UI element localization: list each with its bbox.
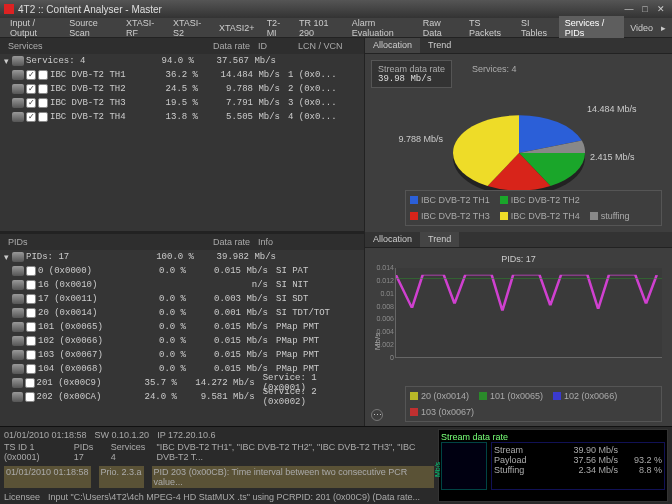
box-icon[interactable] [26, 308, 36, 318]
swatch-icon [410, 196, 418, 204]
legend-item: IBC DVB-T2 TH2 [500, 195, 580, 205]
swatch-icon [479, 392, 487, 400]
col-data-rate[interactable]: Data rate [154, 41, 254, 51]
pid-row[interactable]: 202 (0x00CA)24.0 %9.581 Mb/sService: 2 (… [0, 390, 364, 404]
pids-summary-row[interactable]: ▾ PIDs: 17 100.0 % 39.982 Mb/s [0, 250, 364, 264]
service-row[interactable]: IBC DVB-T2 TH136.2 %14.484 Mb/s1 (0x0... [0, 68, 364, 82]
disk-icon [12, 364, 24, 374]
box-icon[interactable] [26, 336, 36, 346]
col-id[interactable]: ID [254, 41, 294, 51]
main-toolbar: Input / OutputSource ScanXTASI-RFXTASI-S… [0, 18, 672, 38]
footer-svc-names: "IBC DVB-T2 TH1", "IBC DVB-T2 TH2", "IBC… [157, 442, 434, 462]
swatch-icon [410, 212, 418, 220]
tab-input-output[interactable]: Input / Output [4, 16, 63, 40]
close-button[interactable]: ✕ [654, 3, 668, 15]
maximize-button[interactable]: □ [638, 3, 652, 15]
legend-item: stuffing [590, 211, 630, 221]
col-lcn[interactable]: LCN / VCN [294, 41, 360, 51]
pid-row[interactable]: 0 (0x0000)0.0 %0.015 Mb/sSI PAT [0, 264, 364, 278]
minimize-button[interactable]: — [622, 3, 636, 15]
trend-legend: 20 (0x0014)101 (0x0065)102 (0x0066)103 (… [405, 386, 662, 422]
footer-tsid: TS ID 1 (0x0001) [4, 442, 66, 462]
pid-row[interactable]: 101 (0x0065)0.0 %0.015 Mb/sPMap PMT [0, 320, 364, 334]
footer-licensee: Licensee [4, 492, 40, 502]
swatch-icon [410, 408, 418, 416]
tab-ts-packets[interactable]: TS Packets [463, 16, 515, 40]
pid-row[interactable]: 16 (0x0010)n/sSI NIT [0, 278, 364, 292]
col-info[interactable]: Info [254, 237, 360, 247]
box-icon[interactable] [38, 112, 48, 122]
y-tick: 0.014 [370, 264, 394, 271]
checkbox-icon[interactable] [26, 70, 36, 80]
collapse-icon[interactable]: ▾ [4, 252, 12, 262]
tab-alarm-evaluation[interactable]: Alarm Evaluation [346, 16, 417, 40]
service-row[interactable]: IBC DVB-T2 TH319.5 %7.791 Mb/s3 (0x0... [0, 96, 364, 110]
tab-video[interactable]: Video [624, 21, 659, 35]
box-icon[interactable] [26, 350, 36, 360]
trend-tabs: Allocation Trend [365, 232, 672, 248]
tab-xtasi2-[interactable]: XTASI2+ [213, 21, 261, 35]
swatch-icon [500, 212, 508, 220]
service-row[interactable]: IBC DVB-T2 TH224.5 %9.788 Mb/s2 (0x0... [0, 82, 364, 96]
pids-title: PIDs [4, 237, 154, 247]
tab-tr-101-290[interactable]: TR 101 290 [293, 16, 346, 40]
footer: 01/01/2010 01:18:58 SW 0.10.1.20 IP 172.… [0, 426, 672, 504]
swatch-icon [410, 392, 418, 400]
pid-row[interactable]: 102 (0x0066)0.0 %0.015 Mb/sPMap PMT [0, 334, 364, 348]
tab-raw-data[interactable]: Raw Data [417, 16, 463, 40]
pie-label: 2.415 Mb/s [590, 152, 635, 162]
allocation-chart: Stream data rate 39.98 Mb/s Services: 4 … [365, 54, 672, 232]
app-icon [4, 4, 14, 14]
box-icon[interactable] [26, 322, 36, 332]
tab-trend-2[interactable]: Trend [420, 232, 459, 247]
mini-plot: Mb/s [441, 442, 487, 490]
footer-pids: PIDs 17 [74, 442, 103, 462]
services-count: Services: 4 [472, 60, 517, 88]
box-icon[interactable] [38, 84, 48, 94]
box-icon[interactable] [26, 294, 36, 304]
box-icon[interactable] [26, 280, 36, 290]
trend-title: PIDs: 17 [371, 254, 666, 264]
mini-title: Stream data rate [441, 432, 665, 442]
collapse-icon[interactable]: ▾ [4, 56, 12, 66]
toolbar-overflow-icon[interactable]: ▸ [659, 21, 668, 35]
y-tick: 0.012 [370, 277, 394, 284]
tab-allocation[interactable]: Allocation [365, 38, 420, 53]
box-icon[interactable] [38, 98, 48, 108]
footer-svcs: Services 4 [111, 442, 149, 462]
disk-icon [12, 336, 24, 346]
pid-row[interactable]: 17 (0x0011)0.0 %0.003 Mb/sSI SDT [0, 292, 364, 306]
tab-services-pids[interactable]: Services / PIDs [559, 16, 624, 40]
tab-xtasi-s2[interactable]: XTASI-S2 [167, 16, 213, 40]
services-summary-row[interactable]: ▾ Services: 4 94.0 % 37.567 Mb/s [0, 54, 364, 68]
disk-icon [12, 252, 24, 262]
pid-row[interactable]: 20 (0x0014)0.0 %0.001 Mb/sSI TDT/TOT [0, 306, 364, 320]
box-icon[interactable] [26, 364, 36, 374]
checkbox-icon[interactable] [26, 84, 36, 94]
box-icon[interactable] [25, 378, 35, 388]
tab-source-scan[interactable]: Source Scan [63, 16, 120, 40]
stream-rate-label: Stream data rate [378, 64, 445, 74]
disk-icon [12, 308, 24, 318]
tab-t2-mi[interactable]: T2-MI [261, 16, 293, 40]
settings-icon[interactable]: ⋯ [371, 409, 383, 421]
tab-xtasi-rf[interactable]: XTASI-RF [120, 16, 167, 40]
disk-icon [12, 392, 23, 402]
tab-trend[interactable]: Trend [420, 38, 459, 53]
stream-rate-box: Stream data rate 39.98 Mb/s [371, 60, 452, 88]
box-icon[interactable] [38, 70, 48, 80]
tab-si-tables[interactable]: SI Tables [515, 16, 559, 40]
legend-item: 101 (0x0065) [479, 391, 543, 401]
legend-item: IBC DVB-T2 TH4 [500, 211, 580, 221]
tab-allocation-2[interactable]: Allocation [365, 232, 420, 247]
service-row[interactable]: IBC DVB-T2 TH413.8 %5.505 Mb/s4 (0x0... [0, 110, 364, 124]
box-icon[interactable] [25, 392, 35, 402]
trend-chart: PIDs: 17 Mb/s 0.0140.0120.010.0080.0060.… [365, 248, 672, 426]
checkbox-icon[interactable] [26, 112, 36, 122]
alarm-timestamp: 01/01/2010 01:18:58 [4, 466, 91, 488]
mini-row: Stream39.90 Mb/s [494, 445, 662, 455]
pid-row[interactable]: 103 (0x0067)0.0 %0.015 Mb/sPMap PMT [0, 348, 364, 362]
box-icon[interactable] [26, 266, 36, 276]
checkbox-icon[interactable] [26, 98, 36, 108]
col-data-rate-2[interactable]: Data rate [154, 237, 254, 247]
